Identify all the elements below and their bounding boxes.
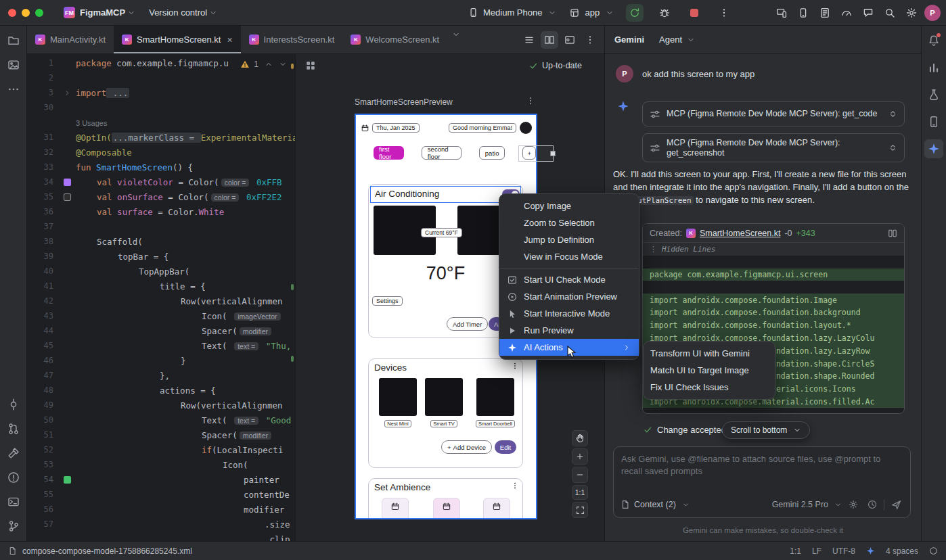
ambience-swatch[interactable] [382,498,409,519]
prev-issue-icon[interactable] [265,60,273,68]
version-control-icon[interactable] [4,517,23,536]
edit-button[interactable]: Edit [495,440,516,454]
tab-mainactivity-kt[interactable]: KMainActivity.kt [27,26,114,53]
scroll-to-bottom-button[interactable]: Scroll to bottom [722,421,810,439]
profiler-home-icon[interactable] [924,58,943,77]
zoom-window-button[interactable] [35,9,43,17]
logcat-icon[interactable] [816,4,834,22]
pull-requests-icon[interactable] [4,419,23,438]
prompt-history-icon[interactable] [865,497,880,512]
gemini-status-icon[interactable] [866,546,875,555]
profiler-icon[interactable] [838,4,855,22]
tool-call-card-get-screenshot[interactable]: MCP (Figma Remote Dev Mode MCP Server): … [642,133,905,162]
editor-options-button[interactable] [581,31,599,49]
submenu-item-match-ui-to-target-image[interactable]: Match UI to Target Image [644,362,775,379]
statusbar-filename[interactable]: compose-compose-model-1758866285245.xml [22,546,192,556]
expand-icon[interactable] [888,143,897,152]
ambience-swatch[interactable] [483,498,510,519]
device-manager-icon[interactable] [794,4,812,22]
tab-gemini[interactable]: Gemini [614,34,644,45]
context-label[interactable]: Context (2) [634,500,676,509]
debug-button[interactable] [656,4,673,22]
status-indicator-icon[interactable] [929,546,938,555]
floor-tab-first-floor[interactable]: first floor [374,146,404,160]
next-issue-icon[interactable] [279,60,287,68]
rerun-button[interactable] [626,4,644,22]
prompt-settings-icon[interactable] [846,497,861,512]
split-view-button[interactable] [541,31,558,49]
created-filename-link[interactable]: SmartHomeScreen.kt [700,229,780,238]
terminal-icon[interactable] [4,492,23,511]
floor-tab-second-floor[interactable]: second floor [422,146,461,160]
menu-item-run-preview[interactable]: Run Preview [499,322,639,339]
resource-manager-icon[interactable] [4,55,23,74]
zoom-level-button[interactable]: 1:1 [572,485,588,500]
more-actions-button[interactable] [715,4,733,22]
ambience-kebab-icon[interactable] [511,482,519,490]
pan-hand-button[interactable] [572,430,588,446]
commit-icon[interactable] [4,395,23,414]
minimize-window-button[interactable] [22,9,30,17]
menu-item-start-animation-preview[interactable]: Start Animation Preview [499,288,639,305]
tab-agent[interactable]: Agent [659,34,695,45]
diff-icon[interactable] [888,229,897,238]
menu-item-jump-to-definition[interactable]: Jump to Definition [499,231,639,248]
fold-toggle-icon[interactable] [58,89,76,97]
line-ending[interactable]: LF [812,546,821,556]
project-icon[interactable] [4,31,23,50]
close-tab-icon[interactable]: × [227,34,232,45]
tab-welcomescreen-kt[interactable]: KWelcomeScreen.kt [342,26,447,53]
fit-to-screen-button[interactable] [572,502,588,518]
resize-handle[interactable] [550,151,556,156]
build-icon[interactable] [4,444,23,463]
design-view-button[interactable] [561,31,579,49]
send-button[interactable] [888,497,903,512]
vcs-menu[interactable]: Version control [149,7,217,18]
submenu-item-transform-ui-with-gemini[interactable]: Transform UI with Gemini [644,345,775,362]
device-item[interactable]: Nest Mini [379,378,417,427]
close-window-button[interactable] [8,9,16,17]
device-selector[interactable]: Medium Phone [467,4,556,22]
more-tools-icon[interactable] [4,80,23,99]
problems-icon[interactable] [4,468,23,487]
settings-icon[interactable] [903,4,920,22]
caret-position[interactable]: 1:1 [790,546,801,556]
menu-item-start-interactive-mode[interactable]: Start Interactive Mode [499,305,639,322]
menu-item-start-ui-check-mode[interactable]: Start UI Check Mode [499,271,639,288]
ambience-swatch[interactable] [433,498,460,519]
add-device-button[interactable]: +Add Device [441,440,492,454]
running-devices-icon[interactable] [773,4,790,22]
preview-options-kebab-icon[interactable] [526,96,535,106]
user-avatar[interactable]: P [924,5,941,21]
code-view-button[interactable] [520,31,538,49]
device-item[interactable]: Smart TV [425,378,463,427]
hidden-lines-row[interactable]: ⋮Hidden Lines [643,243,904,256]
tool-call-card-get-code[interactable]: MCP (Figma Remote Dev Mode MCP Server): … [642,101,905,126]
submenu-item-fix-ui-check-issues[interactable]: Fix UI Check Issues [644,379,775,396]
menu-item-zoom-to-selection[interactable]: Zoom to Selection [499,214,639,231]
preview-grid-icon[interactable] [305,60,316,71]
expand-icon[interactable] [888,110,897,118]
zoom-out-button[interactable] [572,467,588,483]
app-insights-icon[interactable] [859,4,877,22]
preview-title[interactable]: SmartHomeScreenPreview [355,97,453,107]
code-editor[interactable]: 1package com.example.figmamcp.u23import … [27,54,295,541]
gemini-prompt-input[interactable] [621,453,903,488]
inspections-widget[interactable]: 1 [238,58,290,70]
model-selector[interactable]: Gemini 2.5 Pro [772,500,828,509]
usages-hint[interactable]: 3 Usages [76,119,107,127]
menu-item-view-in-focus-mode[interactable]: View in Focus Mode [499,248,639,265]
notifications-icon[interactable] [924,31,943,50]
devices-kebab-icon[interactable] [511,362,519,370]
search-icon[interactable] [881,4,899,22]
layout-inspector-icon[interactable] [924,112,943,131]
hidden-tabs-chevron-icon[interactable] [447,26,465,43]
settings-chip[interactable]: Settings [372,296,403,306]
device-item[interactable]: Smart Doorbell [476,378,514,427]
gemini-icon[interactable] [924,139,943,158]
file-encoding[interactable]: UTF-8 [832,546,855,556]
tab-smarthomescreen-kt[interactable]: KSmartHomeScreen.kt× [114,26,240,53]
tab-interestsscreen-kt[interactable]: KInterestsScreen.kt [241,26,343,53]
add-timer-button[interactable]: Add Timer [447,317,488,331]
emulator-icon[interactable] [924,85,943,104]
